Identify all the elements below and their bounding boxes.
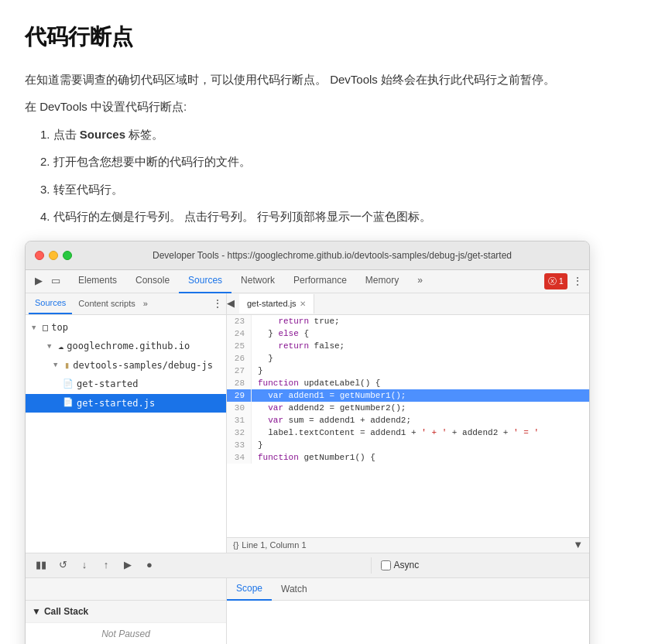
- step-1-bold: Sources: [80, 128, 125, 141]
- tree-item-get-started-js[interactable]: 📄 get-started.js: [26, 394, 226, 413]
- tree-label-top: top: [51, 320, 68, 335]
- deactivate-button[interactable]: ●: [142, 557, 157, 573]
- tab-sources[interactable]: Sources: [179, 269, 231, 293]
- async-checkbox[interactable]: [381, 560, 391, 570]
- step-4-num: 4.: [40, 210, 53, 223]
- back-forward-icon[interactable]: ◀: [227, 295, 235, 312]
- tree-item-get-started[interactable]: 📄 get-started: [26, 375, 226, 393]
- code-content-32: label.textContent = addend1 + ' + ' + ad…: [252, 426, 539, 439]
- step-button[interactable]: ▶: [120, 557, 135, 573]
- tab-console[interactable]: Console: [126, 269, 179, 293]
- call-stack-header[interactable]: ▼ Call Stack: [26, 601, 226, 623]
- device-icon[interactable]: ▭: [49, 274, 63, 288]
- code-status-bar: {} Line 1, Column 1 ▼: [227, 537, 589, 553]
- code-content-29: var addend1 = getNumber1();: [252, 389, 406, 402]
- file-icon-get-started: 📄: [63, 377, 74, 392]
- panel-menu-icon[interactable]: ⋮: [212, 295, 223, 313]
- close-button[interactable]: [35, 251, 44, 260]
- line-number-30[interactable]: 30: [227, 402, 252, 414]
- panel-tab-content-scripts[interactable]: Content scripts: [72, 294, 141, 313]
- str: ' + ': [421, 428, 447, 437]
- toolbar-right: ⓧ 1 ⋮: [544, 272, 583, 291]
- code-editor[interactable]: 23 return true; 24 } else { 25 return fa…: [227, 315, 589, 537]
- pause-button[interactable]: ▮▮: [33, 557, 49, 573]
- code-content-33: }: [252, 439, 263, 451]
- tree-item-devtools-samples[interactable]: ▼ ▮ devtools-samples/debug-js: [26, 356, 226, 375]
- step-3: 3. 转至代码行。: [40, 180, 647, 200]
- inspect-icon[interactable]: ▶: [32, 274, 46, 288]
- code-line-31: 31 var sum = addend1 + addend2;: [227, 414, 589, 426]
- step-4-text: 代码行的左侧是行号列。 点击行号列。 行号列顶部将显示一个蓝色图标。: [53, 210, 431, 223]
- tree-item-github[interactable]: ▼ ☁ googlechrome.github.io: [26, 337, 226, 355]
- code-tabs: ◀ get-started.js ✕: [227, 293, 589, 315]
- tree-label-github: googlechrome.github.io: [67, 338, 190, 354]
- tree-label-get-started-js: get-started.js: [77, 396, 155, 411]
- tab-memory[interactable]: Memory: [356, 269, 408, 293]
- code-content-28: function updateLabel() {: [252, 377, 380, 389]
- async-label: Async: [381, 557, 420, 573]
- call-stack-content: Not Paused: [26, 623, 226, 644]
- code-line-27: 27 }: [227, 365, 589, 377]
- tab-watch[interactable]: Watch: [272, 578, 317, 600]
- more-options-icon[interactable]: ⋮: [572, 272, 583, 291]
- line-number-31[interactable]: 31: [227, 414, 252, 426]
- kw: var: [268, 391, 283, 400]
- line-number-32[interactable]: 32: [227, 426, 252, 439]
- right-bottom: Not Paused: [227, 601, 589, 644]
- kw: else: [278, 329, 298, 338]
- line-number-29[interactable]: 29: [227, 389, 252, 402]
- code-content-25: return false;: [252, 340, 345, 352]
- code-content-27: }: [252, 365, 263, 377]
- minimize-button[interactable]: [49, 251, 58, 260]
- tab-network[interactable]: Network: [231, 269, 284, 293]
- left-bottom: ▼ Call Stack Not Paused ▼ Breakpoints ge…: [26, 601, 227, 644]
- code-cursor-label: {}: [233, 538, 238, 553]
- code-content-30: var addend2 = getNumber2();: [252, 402, 406, 414]
- code-content-26: }: [252, 352, 273, 365]
- line-number-27[interactable]: 27: [227, 365, 252, 377]
- folder-icon-samples: ▮: [64, 358, 70, 373]
- step-into-button[interactable]: ↓: [77, 557, 92, 573]
- kw: function: [258, 453, 299, 462]
- left-panel: Sources Content scripts » ⋮ ▼ □ top ▼ ☁ …: [26, 293, 227, 553]
- status-bar-right-icon[interactable]: ▼: [573, 536, 583, 553]
- code-tab-close[interactable]: ✕: [300, 297, 306, 310]
- code-line-24: 24 } else {: [227, 327, 589, 340]
- tab-more[interactable]: »: [408, 269, 432, 293]
- scope-watch-tabs: Scope Watch: [227, 578, 317, 600]
- tab-performance[interactable]: Performance: [284, 269, 356, 293]
- line-number-34[interactable]: 34: [227, 451, 252, 464]
- code-tab-label: get-started.js: [247, 296, 297, 311]
- step-out-button[interactable]: ↑: [98, 557, 114, 573]
- code-tab-get-started-js[interactable]: get-started.js ✕: [239, 294, 314, 313]
- tree-label-get-started: get-started: [77, 376, 138, 392]
- step-1-num: 1.: [40, 128, 53, 141]
- line-number-26[interactable]: 26: [227, 352, 252, 365]
- panel-tab-sources[interactable]: Sources: [29, 293, 72, 314]
- maximize-button[interactable]: [63, 251, 72, 260]
- code-panel: ◀ get-started.js ✕ 23 return true; 24 } …: [227, 293, 589, 553]
- tree-item-top[interactable]: ▼ □ top: [26, 318, 226, 337]
- line-number-33[interactable]: 33: [227, 439, 252, 451]
- code-line-32: 32 label.textContent = addend1 + ' + ' +…: [227, 426, 589, 439]
- code-line-33: 33 }: [227, 439, 589, 451]
- step-over-button[interactable]: ↺: [55, 557, 70, 573]
- line-number-24[interactable]: 24: [227, 327, 252, 340]
- line-number-25[interactable]: 25: [227, 340, 252, 352]
- tab-elements[interactable]: Elements: [69, 269, 126, 293]
- step-2-num: 2.: [40, 155, 53, 168]
- tree-arrow-samples: ▼: [53, 359, 61, 371]
- tree-arrow-top: ▼: [32, 322, 39, 334]
- tab-scope[interactable]: Scope: [227, 577, 272, 601]
- line-number-23[interactable]: 23: [227, 315, 252, 327]
- code-line-29: 29 var addend1 = getNumber1();: [227, 389, 589, 402]
- tree-label-samples: devtools-samples/debug-js: [73, 358, 213, 373]
- panel-tab-more-icon[interactable]: »: [143, 296, 148, 311]
- line-number-28[interactable]: 28: [227, 377, 252, 389]
- code-content-23: return true;: [252, 315, 340, 327]
- steps-label: 在 DevTools 中设置代码行断点:: [25, 97, 647, 117]
- code-line-28: 28 function updateLabel() {: [227, 377, 589, 389]
- step-4: 4. 代码行的左侧是行号列。 点击行号列。 行号列顶部将显示一个蓝色图标。: [40, 207, 647, 227]
- code-line-25: 25 return false;: [227, 340, 589, 352]
- tree-folder-icon-top: □: [43, 320, 48, 335]
